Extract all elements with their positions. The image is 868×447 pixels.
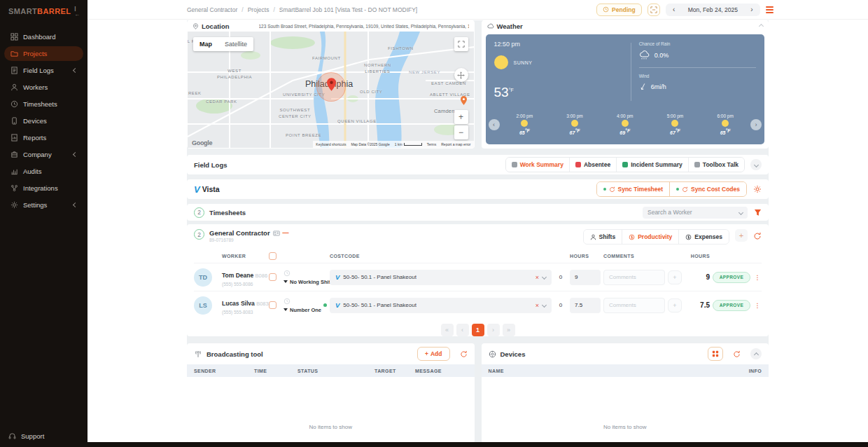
sun-icon xyxy=(571,120,578,127)
worker-phone: (555) 555-8083 xyxy=(222,310,261,315)
work-summary-button[interactable]: Work Summary xyxy=(506,158,570,172)
device-pin-marker[interactable] xyxy=(461,96,467,105)
map-label: POINT BREEZE xyxy=(286,132,321,139)
row-checkbox[interactable] xyxy=(269,301,276,309)
shift-selector[interactable]: Number One xyxy=(284,307,327,313)
menu-burger-icon[interactable] xyxy=(766,6,774,13)
date-prev-button[interactable]: ‹ xyxy=(668,6,680,13)
refresh-icon[interactable] xyxy=(753,232,762,240)
worker-avatar: LS xyxy=(194,296,212,315)
prev-page-button[interactable]: ‹ xyxy=(456,324,469,336)
comments-input[interactable] xyxy=(603,298,665,313)
sun-icon xyxy=(622,120,629,127)
sidebar-item-support[interactable]: Support xyxy=(0,432,88,447)
map-zoom-out-button[interactable]: − xyxy=(454,125,468,139)
row-checkbox[interactable] xyxy=(269,273,276,281)
chevron-left-icon xyxy=(73,202,78,207)
keyboard-shortcuts-link[interactable]: Keyboard shortcuts xyxy=(316,142,346,146)
absentee-button[interactable]: Absentee xyxy=(570,158,617,172)
last-page-button[interactable]: » xyxy=(503,324,515,336)
bottom-edge-strip xyxy=(88,442,868,447)
field-logs-collapse-button[interactable] xyxy=(750,159,762,170)
google-map[interactable]: MILL PARK FAIRMOUNT FISHTOWN NORTHERN LI… xyxy=(188,32,474,148)
terms-link[interactable]: Terms xyxy=(427,142,437,146)
breadcrumb-item[interactable]: Projects xyxy=(248,6,270,13)
toolbox-talk-button[interactable]: Toolbox Talk xyxy=(689,158,744,172)
location-pin-marker[interactable] xyxy=(327,78,336,91)
clear-costcode-icon[interactable]: × xyxy=(536,302,539,309)
devices-grid-view-button[interactable] xyxy=(708,347,723,361)
add-worker-button[interactable]: + xyxy=(735,229,748,242)
synced-dot-icon xyxy=(323,303,327,307)
shift-selector[interactable]: No Working Shift xyxy=(284,279,327,285)
hours-input[interactable] xyxy=(570,298,601,313)
rain-label: Chance of Rain xyxy=(639,41,756,46)
map-fullscreen-button[interactable] xyxy=(454,37,468,51)
breadcrumb-item[interactable]: General Contractor xyxy=(187,6,237,13)
total-hours: 9 xyxy=(689,273,710,281)
refresh-icon[interactable] xyxy=(460,350,468,358)
dropdown-triangle-icon xyxy=(284,308,288,311)
sidebar-item-devices[interactable]: Devices xyxy=(4,114,83,128)
first-page-button[interactable]: « xyxy=(441,324,454,336)
hourly-forecast: ‹ 2:00 pm 65°F 3:00 pm 67°F xyxy=(489,109,762,140)
sidebar-collapse-icon[interactable]: |← xyxy=(74,5,80,18)
incident-summary-button[interactable]: Incident Summary xyxy=(617,158,689,172)
tab-expenses[interactable]: Expenses xyxy=(679,230,729,244)
report-map-error-link[interactable]: Report a map error xyxy=(441,142,470,146)
contractor-count-badge: 2 xyxy=(194,229,204,240)
comments-input[interactable] xyxy=(603,270,665,285)
pending-status-badge[interactable]: Pending xyxy=(596,4,642,16)
search-worker-select[interactable]: Search a Worker xyxy=(643,207,748,219)
row-menu-icon[interactable]: ⋮ xyxy=(753,302,762,309)
map-type-satellite-button[interactable]: Satellite xyxy=(218,41,253,48)
sidebar-item-company[interactable]: Company xyxy=(4,147,83,162)
field-logs-icon xyxy=(10,67,18,74)
devices-collapse-button[interactable] xyxy=(750,348,762,359)
tab-productivity[interactable]: Productivity xyxy=(622,230,679,244)
costcode-select[interactable]: V 50-50- 50.1 - Panel Shakeout × xyxy=(330,298,552,313)
current-date[interactable]: Mon, Feb 24, 2025 xyxy=(680,6,746,13)
sidebar-item-workers[interactable]: Workers xyxy=(4,80,83,95)
sidebar-item-audits[interactable]: Audits xyxy=(4,164,83,179)
sidebar-item-reports[interactable]: Reports xyxy=(4,130,83,145)
sun-icon xyxy=(671,120,678,127)
add-comment-button[interactable]: + xyxy=(668,270,682,284)
forecast-item: 4:00 pm 69°F xyxy=(600,114,650,135)
add-comment-button[interactable]: + xyxy=(668,298,682,312)
vista-settings-gear-icon[interactable] xyxy=(753,185,762,193)
sync-cost-codes-button[interactable]: Sync Cost Codes xyxy=(670,182,746,196)
filter-funnel-icon[interactable] xyxy=(754,209,762,216)
clear-costcode-icon[interactable]: × xyxy=(536,274,539,281)
sidebar-item-timesheets[interactable]: Timesheets xyxy=(4,97,83,111)
approve-button[interactable]: APPROVE xyxy=(713,272,750,283)
logo-smart: SMART xyxy=(8,7,37,15)
hours-input[interactable] xyxy=(570,270,601,285)
wind-value: 6mi/h xyxy=(651,83,666,90)
broadcast-add-button[interactable]: +Add xyxy=(417,347,450,361)
next-page-button[interactable]: › xyxy=(487,324,500,336)
current-page-button[interactable]: 1 xyxy=(472,324,484,336)
map-label: WEST PHILADELPHIA xyxy=(217,68,252,81)
sidebar-item-projects[interactable]: Projects xyxy=(4,46,83,61)
row-menu-icon[interactable]: ⋮ xyxy=(753,274,762,281)
map-pan-control[interactable] xyxy=(454,68,468,82)
remove-dash-icon[interactable]: — xyxy=(283,229,289,238)
sidebar-item-dashboard[interactable]: Dashboard xyxy=(4,29,83,44)
forecast-next-button[interactable]: › xyxy=(750,119,762,130)
map-zoom-in-button[interactable]: + xyxy=(454,110,468,124)
refresh-icon[interactable] xyxy=(733,350,741,358)
forecast-prev-button[interactable]: ‹ xyxy=(489,119,500,130)
date-next-button[interactable]: › xyxy=(746,6,757,13)
sync-timesheet-button[interactable]: Sync Timesheet xyxy=(597,182,671,196)
sidebar-item-integrations[interactable]: Integrations xyxy=(4,181,83,195)
costcode-select[interactable]: V 50-50- 50.1 - Panel Shakeout × xyxy=(330,270,552,285)
map-type-map-button[interactable]: Map xyxy=(193,41,218,48)
sidebar-item-field-logs[interactable]: Field Logs xyxy=(4,63,83,78)
approve-button[interactable]: APPROVE xyxy=(713,300,750,311)
tab-shifts[interactable]: Shifts xyxy=(584,230,623,244)
sidebar-item-settings[interactable]: Settings xyxy=(4,198,83,212)
collapse-weather-icon[interactable] xyxy=(759,23,764,28)
scan-sync-button[interactable] xyxy=(648,4,660,16)
select-all-checkbox[interactable] xyxy=(269,252,276,260)
